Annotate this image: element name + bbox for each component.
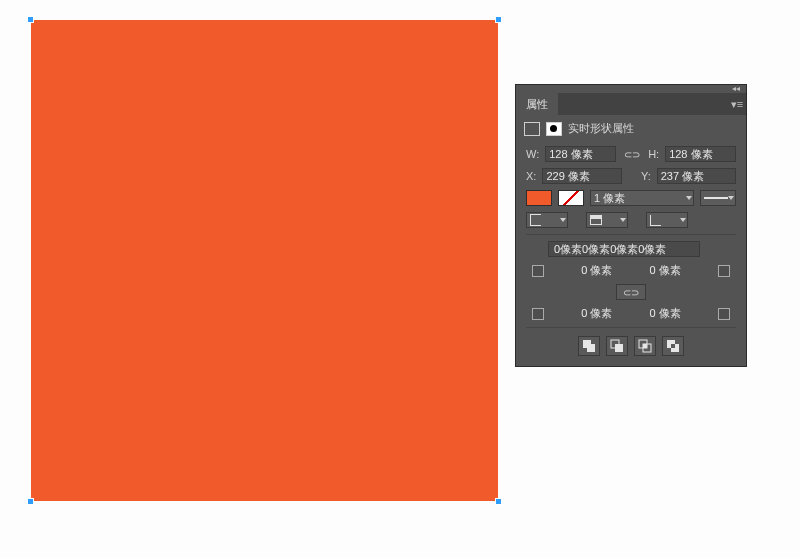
- path-exclude-button[interactable]: [662, 336, 684, 356]
- section-title-label: 实时形状属性: [568, 121, 634, 136]
- align-icon: [590, 215, 602, 225]
- corner-bl-value: 0 像素: [581, 306, 612, 321]
- resize-handle-bottom-left[interactable]: [27, 498, 34, 505]
- resize-handle-top-right[interactable]: [495, 16, 502, 23]
- height-label: H:: [648, 148, 659, 160]
- panel-menu-button[interactable]: ▾≡: [728, 93, 746, 115]
- chevron-down-icon: [686, 196, 692, 200]
- corner-tr-value: 0 像素: [650, 263, 681, 278]
- stroke-cap-dropdown[interactable]: [526, 212, 568, 228]
- corner-row-top: 0 像素 0 像素: [526, 263, 736, 278]
- svg-rect-3: [615, 344, 623, 352]
- chevron-down-icon: [728, 196, 734, 200]
- size-row: W: ⊂⊃ H:: [526, 146, 736, 162]
- stroke-corner-dropdown[interactable]: [646, 212, 688, 228]
- stroke-weight-value: 1 像素: [594, 191, 625, 206]
- chevron-down-icon: [680, 218, 686, 222]
- path-subtract-button[interactable]: [606, 336, 628, 356]
- width-label: W:: [526, 148, 539, 160]
- svg-rect-1: [587, 344, 595, 352]
- width-input[interactable]: [545, 146, 616, 162]
- corner-tl-checkbox[interactable]: [532, 265, 544, 277]
- corner-style-icon: [650, 215, 661, 226]
- resize-handle-bottom-right[interactable]: [495, 498, 502, 505]
- tab-properties-label: 属性: [526, 97, 548, 112]
- x-label: X:: [526, 170, 536, 182]
- path-union-button[interactable]: [578, 336, 600, 356]
- corner-bl-checkbox[interactable]: [532, 308, 544, 320]
- corner-radius-summary[interactable]: 0像素0像素0像素0像素: [548, 241, 700, 257]
- y-label: Y:: [641, 170, 651, 182]
- corner-br-checkbox[interactable]: [718, 308, 730, 320]
- selected-rectangle-shape[interactable]: [31, 20, 498, 501]
- y-input[interactable]: [657, 168, 736, 184]
- position-row: X: Y:: [526, 168, 736, 184]
- properties-panel: ◂◂ 属性 ▾≡ 实时形状属性 W: ⊂⊃ H: X: Y:: [516, 85, 746, 366]
- resize-handle-top-left[interactable]: [27, 16, 34, 23]
- corner-tl-value: 0 像素: [581, 263, 612, 278]
- chevron-down-icon: [560, 218, 566, 222]
- svg-rect-9: [671, 344, 675, 348]
- path-operations-row: [526, 336, 736, 356]
- separator: [526, 327, 736, 328]
- cap-icon: [530, 214, 541, 226]
- chevron-down-icon: [620, 218, 626, 222]
- stroke-weight-dropdown[interactable]: 1 像素: [590, 190, 694, 206]
- dash-preview: [704, 197, 728, 199]
- corner-radius-summary-text: 0像素0像素0像素0像素: [554, 242, 666, 257]
- link-corners-icon[interactable]: ⊂⊃: [616, 284, 646, 300]
- panel-tab-bar: 属性 ▾≡: [516, 93, 746, 115]
- panel-drag-bar[interactable]: ◂◂: [516, 85, 746, 93]
- mask-icon: [546, 122, 562, 136]
- link-wh-icon[interactable]: ⊂⊃: [622, 149, 642, 160]
- collapse-icon[interactable]: ◂◂: [732, 85, 740, 93]
- stroke-dash-dropdown[interactable]: [700, 190, 736, 206]
- corner-row-bottom: 0 像素 0 像素: [526, 306, 736, 321]
- separator: [526, 234, 736, 235]
- corner-tr-checkbox[interactable]: [718, 265, 730, 277]
- corner-br-value: 0 像素: [650, 306, 681, 321]
- tab-properties[interactable]: 属性: [516, 93, 558, 115]
- fill-color-swatch[interactable]: [526, 190, 552, 206]
- height-input[interactable]: [665, 146, 736, 162]
- stroke-options-row: [526, 212, 736, 228]
- stroke-align-dropdown[interactable]: [586, 212, 628, 228]
- stroke-color-swatch[interactable]: [558, 190, 584, 206]
- menu-icon: ▾≡: [731, 98, 743, 111]
- svg-rect-6: [643, 344, 647, 348]
- path-intersect-button[interactable]: [634, 336, 656, 356]
- x-input[interactable]: [542, 168, 621, 184]
- live-shape-icon: [524, 122, 540, 136]
- section-title-row: 实时形状属性: [516, 115, 746, 144]
- stroke-row: 1 像素: [526, 190, 736, 206]
